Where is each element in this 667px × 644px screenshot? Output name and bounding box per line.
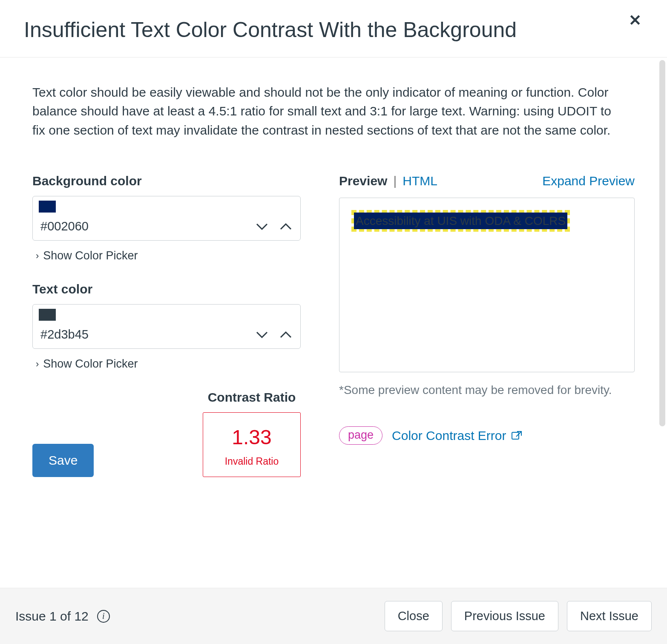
modal-title: Insufficient Text Color Contrast With th… bbox=[24, 17, 517, 43]
previous-issue-button[interactable]: Previous Issue bbox=[451, 601, 558, 631]
preview-note: *Some preview content may be removed for… bbox=[339, 382, 635, 398]
text-color-field bbox=[32, 304, 301, 349]
tag-row: page Color Contrast Error bbox=[339, 426, 635, 445]
preview-header: Preview | HTML Expand Preview bbox=[339, 174, 635, 188]
issue-description: Text color should be easily viewable and… bbox=[32, 83, 620, 140]
form-column: Background color bbox=[32, 174, 301, 477]
tab-separator: | bbox=[393, 174, 397, 188]
contrast-value-box: 1.33 Invalid Ratio bbox=[203, 412, 301, 477]
close-icon[interactable]: ✕ bbox=[629, 13, 641, 28]
chevron-down-icon[interactable] bbox=[255, 331, 269, 339]
contrast-ratio-box: Contrast Ratio 1.33 Invalid Ratio bbox=[203, 390, 301, 477]
color-contrast-error-link[interactable]: Color Contrast Error bbox=[392, 428, 522, 443]
text-color-label: Text color bbox=[32, 282, 301, 296]
background-color-field bbox=[32, 196, 301, 241]
tab-html[interactable]: HTML bbox=[402, 174, 437, 188]
save-button[interactable]: Save bbox=[32, 444, 94, 477]
info-icon[interactable]: i bbox=[97, 610, 110, 623]
background-color-group: Background color bbox=[32, 174, 301, 262]
chevron-up-icon[interactable] bbox=[279, 331, 293, 339]
expand-preview-link[interactable]: Expand Preview bbox=[542, 174, 635, 188]
text-color-group: Text color bbox=[32, 282, 301, 371]
picker-toggle-label: Show Color Picker bbox=[43, 357, 138, 371]
background-color-swatch bbox=[39, 201, 56, 213]
chevron-up-icon[interactable] bbox=[279, 222, 293, 231]
text-color-stepper bbox=[255, 331, 293, 339]
text-color-swatch bbox=[39, 309, 56, 321]
chevron-down-icon[interactable] bbox=[255, 222, 269, 231]
tab-preview[interactable]: Preview bbox=[339, 174, 387, 188]
preview-column: Preview | HTML Expand Preview Accessibil… bbox=[339, 174, 635, 477]
background-picker-toggle[interactable]: › Show Color Picker bbox=[36, 249, 301, 262]
close-button[interactable]: Close bbox=[385, 601, 443, 631]
page-pill: page bbox=[339, 426, 382, 445]
content-columns: Background color bbox=[32, 174, 635, 477]
contrast-value: 1.33 bbox=[232, 426, 271, 449]
preview-box: Accessibility at UIS with ODA & COLRS bbox=[339, 198, 635, 372]
contrast-status: Invalid Ratio bbox=[225, 456, 279, 467]
chevron-right-icon: › bbox=[36, 359, 39, 370]
preview-highlight: Accessibility at UIS with ODA & COLRS bbox=[351, 210, 570, 232]
error-link-label: Color Contrast Error bbox=[392, 428, 506, 443]
footer-actions: Close Previous Issue Next Issue bbox=[385, 601, 652, 631]
modal-header: Insufficient Text Color Contrast With th… bbox=[0, 0, 667, 58]
text-picker-toggle[interactable]: › Show Color Picker bbox=[36, 357, 301, 371]
svg-rect-0 bbox=[512, 432, 519, 439]
background-color-label: Background color bbox=[32, 174, 301, 188]
preview-sample-text: Accessibility at UIS with ODA & COLRS bbox=[354, 213, 567, 229]
external-link-icon bbox=[511, 428, 522, 443]
contrast-label: Contrast Ratio bbox=[203, 390, 301, 405]
next-issue-button[interactable]: Next Issue bbox=[567, 601, 652, 631]
chevron-right-icon: › bbox=[36, 250, 39, 262]
save-contrast-row: Save Contrast Ratio 1.33 Invalid Ratio bbox=[32, 390, 301, 477]
preview-tabs: Preview | HTML bbox=[339, 174, 437, 188]
modal-body-scroll[interactable]: Text color should be easily viewable and… bbox=[0, 58, 667, 588]
text-color-input[interactable] bbox=[40, 328, 255, 342]
picker-toggle-label: Show Color Picker bbox=[43, 249, 138, 262]
modal-footer: Issue 1 of 12 i Close Previous Issue Nex… bbox=[0, 588, 667, 644]
background-color-stepper bbox=[255, 222, 293, 231]
modal-dialog: Insufficient Text Color Contrast With th… bbox=[0, 0, 667, 644]
issue-counter-text: Issue 1 of 12 bbox=[15, 609, 89, 624]
scrollbar-thumb[interactable] bbox=[659, 60, 665, 426]
modal-body: Text color should be easily viewable and… bbox=[0, 58, 667, 494]
issue-counter: Issue 1 of 12 i bbox=[15, 609, 110, 624]
background-color-input[interactable] bbox=[40, 219, 255, 233]
